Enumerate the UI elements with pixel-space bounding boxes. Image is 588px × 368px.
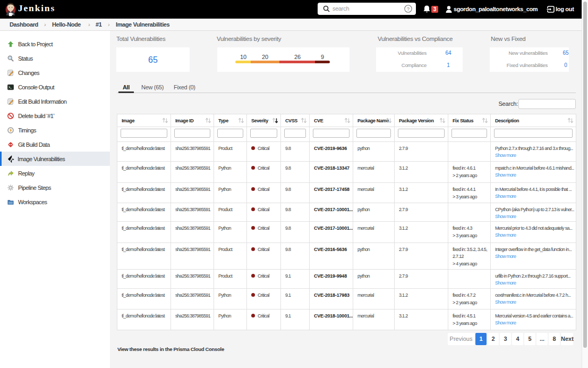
svg-text:?: ?: [407, 6, 410, 12]
